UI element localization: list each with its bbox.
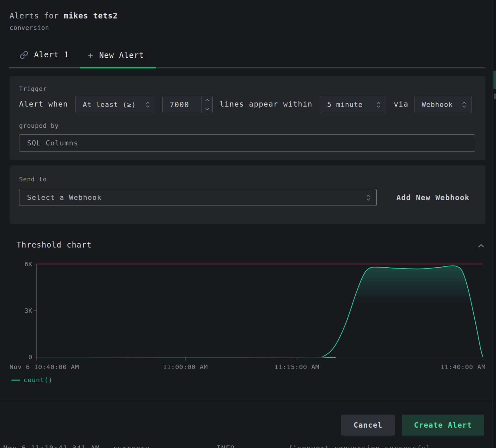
chevron-updown-icon [366, 194, 371, 201]
link-icon [20, 51, 28, 59]
tab-alert-1[interactable]: Alert 1 [20, 50, 69, 59]
condition-select-value: At least (≥) [83, 101, 136, 108]
interval-select-value: 5 minute [327, 101, 363, 108]
right-edge-strip [492, 0, 496, 448]
tab-new-alert[interactable]: + New Alert [88, 50, 144, 60]
log-timestamp: Nov 6 11:10:41.341 AM [3, 444, 100, 448]
alert-when-text: Alert when [19, 100, 68, 108]
background-log-row: Nov 6 11:10:41.341 AM currency INFO {'co… [0, 442, 496, 448]
log-service: currency [113, 444, 150, 448]
channel-select[interactable]: Webhook [415, 96, 472, 113]
cancel-button[interactable]: Cancel [341, 415, 395, 436]
page-title-name: mikes tets2 [64, 11, 118, 20]
spin-up-button[interactable] [202, 96, 212, 105]
alert-dialog: Alerts for mikes tets2 conversion Alert … [0, 0, 496, 448]
plus-icon: + [88, 50, 93, 60]
create-alert-button[interactable]: Create Alert [402, 415, 484, 436]
within-text: lines appear within [220, 100, 313, 108]
threshold-input-group [162, 96, 213, 113]
svg-text:6K: 6K [25, 260, 32, 268]
webhook-select[interactable]: Select a Webhook [19, 189, 377, 206]
page-title-prefix: Alerts for [10, 11, 64, 20]
tab-new-alert-underline-active [80, 67, 156, 68]
svg-text:11:15:00 AM: 11:15:00 AM [274, 363, 319, 371]
series-area [37, 266, 483, 357]
channel-select-value: Webhook [422, 101, 453, 108]
svg-text:3K: 3K [25, 307, 32, 314]
webhook-select-value: Select a Webhook [27, 193, 102, 201]
send-to-label: Send to [19, 176, 47, 183]
grouped-by-label: grouped by [19, 122, 59, 129]
threshold-band [37, 263, 483, 265]
tab-alert-1-underline [9, 67, 80, 68]
chevron-updown-icon [462, 101, 466, 108]
svg-text:Nov 6 10:40:00 AM: Nov 6 10:40:00 AM [10, 363, 79, 371]
svg-text:11:40:00 AM: 11:40:00 AM [441, 363, 485, 371]
group-by-input[interactable] [19, 134, 475, 152]
condition-select[interactable]: At least (≥) [75, 96, 155, 113]
tab-alert-1-label: Alert 1 [34, 50, 69, 59]
chart-section-title: Threshold chart [17, 241, 92, 249]
footer-divider [0, 400, 496, 400]
legend-series-label: count() [24, 376, 53, 384]
chevron-updown-icon [376, 101, 381, 108]
svg-text:0: 0 [28, 353, 32, 361]
tab-new-alert-label: New Alert [99, 51, 144, 60]
log-message: {'convert conversion successful [288, 444, 431, 448]
send-to-panel: Send to Select a Webhook Add New Webhook [10, 165, 485, 224]
chevron-up-icon [477, 242, 485, 250]
page-subtitle: conversion [10, 24, 49, 31]
threshold-input[interactable] [163, 96, 202, 113]
edge-green-fragment [493, 71, 496, 89]
add-webhook-button[interactable]: Add New Webhook [396, 193, 470, 202]
page-title: Alerts for mikes tets2 [10, 11, 118, 20]
chart-legend[interactable]: count() [11, 376, 53, 384]
log-level: INFO [216, 444, 235, 448]
tabs-underline-rest [156, 67, 485, 68]
trigger-section-label: Trigger [19, 85, 47, 92]
spin-down-button[interactable] [202, 105, 212, 113]
threshold-spinner [202, 96, 212, 113]
edge-gray-fragment [494, 94, 496, 99]
threshold-chart: 03K6KNov 6 10:40:00 AM11:00:00 AM11:15:0… [0, 259, 496, 372]
via-text: via [394, 100, 408, 108]
collapse-chart-button[interactable] [477, 242, 485, 250]
svg-text:11:00:00 AM: 11:00:00 AM [163, 363, 208, 371]
trigger-panel: Trigger Alert when At least (≥) lines ap… [10, 76, 485, 160]
legend-line-swatch [11, 380, 20, 381]
chevron-updown-icon [145, 101, 150, 108]
interval-select[interactable]: 5 minute [320, 96, 386, 113]
